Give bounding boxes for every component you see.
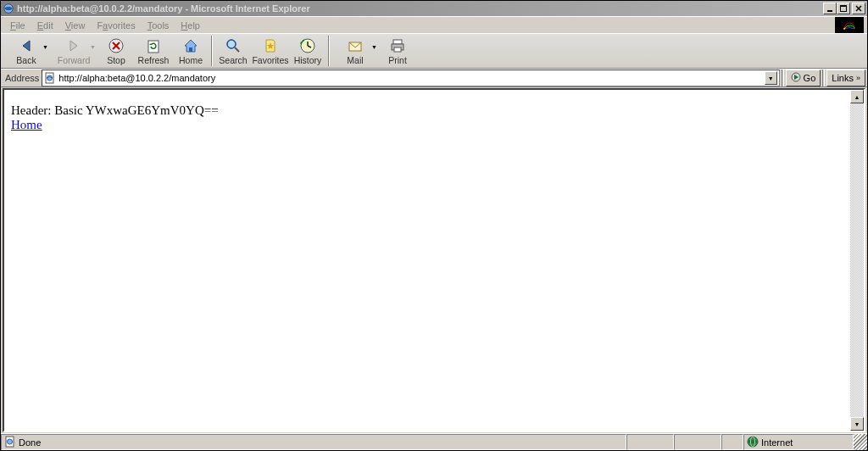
back-button[interactable]: Back ▼ (3, 34, 50, 68)
scroll-up-button[interactable]: ▲ (850, 90, 864, 103)
security-zone-pane: Internet (743, 434, 854, 450)
svg-line-15 (235, 47, 239, 52)
refresh-button[interactable]: Refresh (135, 34, 172, 68)
favorites-icon (262, 37, 279, 54)
chevron-right-icon: » (856, 74, 860, 82)
stop-icon (108, 37, 125, 54)
history-button[interactable]: History (289, 34, 326, 68)
address-label: Address (3, 73, 42, 83)
page-icon (4, 436, 16, 449)
dropdown-arrow-icon[interactable]: ▼ (371, 44, 377, 50)
favorites-button[interactable]: Favorites (252, 34, 289, 68)
stop-button[interactable]: Stop (97, 34, 135, 68)
go-button[interactable]: Go (786, 70, 821, 86)
dropdown-arrow-icon: ▼ (90, 44, 96, 50)
status-pane-2 (626, 434, 674, 450)
menu-view[interactable]: View (59, 19, 92, 32)
maximize-button[interactable] (837, 3, 850, 14)
refresh-icon (145, 37, 162, 54)
svg-rect-11 (148, 41, 159, 53)
status-pane-3 (674, 434, 721, 450)
internet-zone-icon (747, 436, 759, 449)
forward-arrow-icon (65, 37, 82, 54)
svg-point-24 (47, 75, 53, 81)
mail-icon (347, 37, 364, 54)
address-bar: Address ▼ Go Links » (1, 69, 867, 87)
address-input[interactable] (58, 73, 764, 83)
print-button[interactable]: Print (379, 34, 416, 68)
ie-window: http://alpha:beta@10.0.2.2/mandatory - M… (0, 0, 868, 451)
menu-bar: File Edit View Favorites Tools Help (1, 16, 867, 33)
scroll-down-button[interactable]: ▼ (850, 417, 864, 431)
minimize-button[interactable] (823, 3, 837, 14)
forward-button: Forward ▼ (50, 34, 97, 68)
svg-rect-22 (394, 47, 401, 52)
close-button[interactable] (852, 3, 865, 14)
address-separator (822, 70, 825, 86)
print-icon (389, 37, 406, 54)
menu-tools[interactable]: Tools (142, 19, 175, 32)
content-frame: Header: Basic YWxwaGE6YmV0YQ== Home ▲ ▼ (3, 88, 865, 432)
resize-grip[interactable] (854, 434, 867, 450)
vertical-scrollbar[interactable]: ▲ ▼ (850, 90, 864, 431)
mail-button[interactable]: Mail ▼ (331, 34, 379, 68)
search-button[interactable]: Search (214, 34, 252, 68)
menu-favorites[interactable]: Favorites (91, 19, 141, 32)
toolbar: Back ▼ Forward ▼ Stop Refresh Home Searc… (1, 33, 867, 69)
svg-rect-12 (189, 47, 192, 52)
address-dropdown-button[interactable]: ▼ (765, 71, 777, 85)
window-title: http://alpha:beta@10.0.2.2/mandatory - M… (17, 3, 823, 14)
go-icon (791, 72, 801, 84)
links-button[interactable]: Links » (826, 70, 865, 86)
title-bar: http://alpha:beta@10.0.2.2/mandatory - M… (1, 1, 867, 16)
status-pane-4 (721, 434, 743, 450)
page-body: Header: Basic YWxwaGE6YmV0YQ== Home (4, 90, 850, 431)
svg-rect-3 (840, 5, 847, 7)
home-link[interactable]: Home (11, 118, 42, 131)
toolbar-separator (211, 36, 213, 66)
ie-throbber-icon (835, 17, 864, 34)
svg-rect-1 (827, 10, 832, 12)
header-text: Header: Basic YWxwaGE6YmV0YQ== (11, 103, 843, 118)
search-icon (225, 37, 242, 54)
svg-rect-20 (393, 40, 402, 44)
window-controls (823, 3, 865, 14)
address-combo[interactable]: ▼ (42, 70, 779, 86)
zone-text: Internet (761, 437, 793, 448)
status-main-pane: Done (1, 434, 626, 450)
history-icon (299, 37, 316, 54)
status-bar: Done Internet (1, 433, 867, 450)
menu-edit[interactable]: Edit (31, 19, 59, 32)
address-separator (782, 70, 784, 86)
status-text: Done (19, 437, 41, 448)
menu-help[interactable]: Help (175, 19, 206, 32)
ie-app-icon (3, 3, 14, 14)
page-icon (44, 72, 56, 84)
svg-point-27 (8, 439, 13, 444)
home-button[interactable]: Home (172, 34, 209, 68)
menu-file[interactable]: File (4, 19, 31, 32)
home-icon (182, 37, 199, 54)
toolbar-separator (328, 36, 330, 66)
svg-point-7 (843, 27, 845, 29)
dropdown-arrow-icon[interactable]: ▼ (42, 44, 48, 50)
back-arrow-icon (18, 37, 35, 54)
scroll-track[interactable] (850, 103, 864, 417)
